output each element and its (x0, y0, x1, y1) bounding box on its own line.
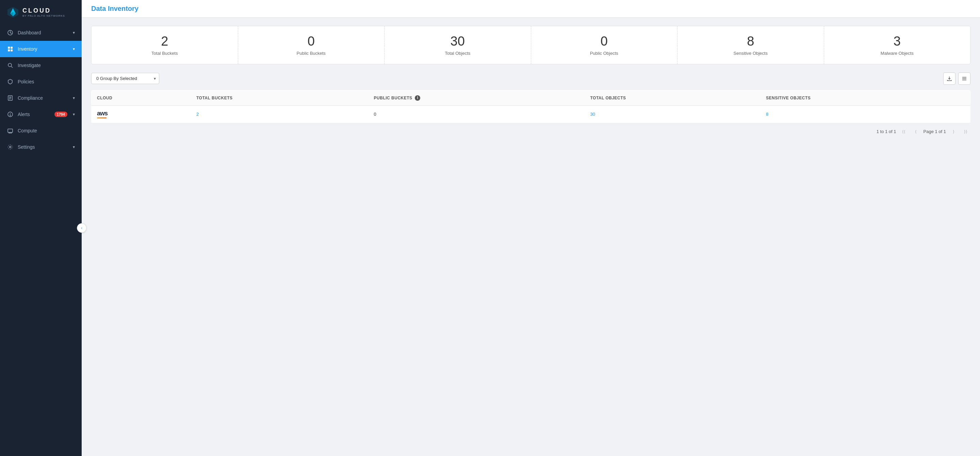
cell-cloud: aws (92, 105, 191, 122)
policies-icon (7, 78, 14, 85)
col-total-buckets: TOTAL BUCKETS (191, 90, 369, 105)
sidebar-nav: Dashboard ▾ Inventory ▾ Investigate Poli… (0, 24, 82, 155)
settings-icon (7, 144, 14, 150)
settings-arrow-icon: ▾ (73, 145, 75, 149)
sidebar-item-compute[interactable]: Compute (0, 122, 82, 139)
content-area: 2 Total Buckets 0 Public Buckets 30 Tota… (82, 18, 980, 145)
last-page-button[interactable]: ⟩⟩ (961, 127, 970, 137)
total-objects-link[interactable]: 30 (590, 111, 595, 117)
svg-point-9 (8, 63, 11, 67)
stat-total-objects-number: 30 (391, 34, 524, 49)
sidebar-item-compliance[interactable]: Compliance ▾ (0, 90, 82, 106)
columns-button[interactable] (958, 73, 970, 85)
svg-rect-18 (8, 129, 13, 132)
sidebar-item-dashboard[interactable]: Dashboard ▾ (0, 24, 82, 41)
table-row: aws 2 0 30 8 (92, 105, 970, 122)
pagination-page: Page 1 of 1 (924, 129, 946, 134)
group-by-dropdown[interactable]: 0 Group By Selected (91, 73, 159, 84)
compliance-arrow-icon: ▾ (73, 95, 75, 100)
col-public-buckets: PUBLIC BUCKETS i (369, 90, 585, 105)
sidebar-item-investigate[interactable]: Investigate (0, 57, 82, 73)
sidebar-item-dashboard-label: Dashboard (18, 30, 69, 35)
svg-rect-6 (11, 47, 13, 49)
svg-point-17 (10, 115, 11, 116)
stat-malware-objects-number: 3 (831, 34, 964, 49)
col-total-objects: TOTAL OBJECTS (585, 90, 760, 105)
stat-total-objects: 30 Total Objects (385, 26, 531, 64)
dashboard-arrow-icon: ▾ (73, 30, 75, 35)
aws-text: aws (97, 110, 108, 117)
aws-logo: aws (97, 110, 185, 118)
stat-malware-objects-label: Malware Objects (831, 51, 964, 56)
logo-text: CLOUD BY PALO ALTO NETWORKS (22, 7, 65, 17)
stat-malware-objects: 3 Malware Objects (824, 26, 970, 64)
main-content: Data Inventory 2 Total Buckets 0 Public … (82, 0, 980, 456)
first-page-button[interactable]: ⟨⟨ (899, 127, 908, 137)
col-sensitive-objects: SENSITIVE OBJECTS (760, 90, 970, 105)
toolbar-actions (943, 73, 970, 85)
svg-rect-8 (11, 49, 13, 51)
sidebar-item-alerts[interactable]: Alerts 1794 ▾ (0, 106, 82, 122)
table-header-row: CLOUD TOTAL BUCKETS PUBLIC BUCKETS i TOT… (92, 90, 970, 105)
stat-public-buckets-label: Public Buckets (245, 51, 378, 56)
sidebar-item-inventory[interactable]: Inventory ▾ (0, 41, 82, 57)
inventory-icon (7, 46, 14, 52)
svg-point-22 (10, 146, 11, 148)
top-bar: Data Inventory (82, 0, 980, 18)
logo-sub-label: BY PALO ALTO NETWORKS (22, 14, 65, 17)
inventory-arrow-icon: ▾ (73, 47, 75, 51)
sidebar-item-policies-label: Policies (18, 79, 75, 84)
sidebar-collapse-toggle[interactable]: ‹ (77, 223, 86, 233)
sidebar-item-investigate-label: Investigate (18, 63, 75, 68)
stat-sensitive-objects-label: Sensitive Objects (684, 51, 817, 56)
svg-rect-5 (8, 47, 10, 49)
sidebar-item-compliance-label: Compliance (18, 95, 69, 101)
next-page-button[interactable]: ⟩ (949, 127, 958, 137)
col-cloud: CLOUD (92, 90, 191, 105)
aws-underline (97, 118, 107, 118)
pagination: 1 to 1 of 1 ⟨⟨ ⟨ Page 1 of 1 ⟩ ⟩⟩ (91, 127, 970, 137)
alerts-icon (7, 111, 14, 118)
table-header: CLOUD TOTAL BUCKETS PUBLIC BUCKETS i TOT… (92, 90, 970, 105)
svg-rect-7 (8, 49, 10, 51)
investigate-icon (7, 62, 14, 69)
compliance-icon (7, 95, 14, 102)
download-button[interactable] (943, 73, 956, 85)
stat-public-objects: 0 Public Objects (531, 26, 678, 64)
stat-total-buckets-number: 2 (98, 34, 231, 49)
total-buckets-link[interactable]: 2 (196, 111, 199, 117)
cell-total-objects: 30 (585, 105, 760, 122)
stats-row: 2 Total Buckets 0 Public Buckets 30 Tota… (91, 26, 970, 64)
svg-line-10 (11, 66, 13, 68)
data-table: CLOUD TOTAL BUCKETS PUBLIC BUCKETS i TOT… (91, 90, 970, 123)
cell-public-buckets: 0 (369, 105, 585, 122)
stat-sensitive-objects-number: 8 (684, 34, 817, 49)
stat-total-buckets-label: Total Buckets (98, 51, 231, 56)
alerts-badge: 1794 (54, 111, 67, 117)
table-toolbar: 0 Group By Selected ▾ (91, 73, 970, 85)
group-by-select-wrapper: 0 Group By Selected ▾ (91, 73, 159, 84)
sidebar-item-inventory-label: Inventory (18, 46, 69, 52)
cell-total-buckets: 2 (191, 105, 369, 122)
table-body: aws 2 0 30 8 (92, 105, 970, 122)
sensitive-objects-link[interactable]: 8 (766, 111, 768, 117)
stat-public-objects-number: 0 (538, 34, 671, 49)
public-buckets-info-icon[interactable]: i (415, 95, 420, 101)
pagination-range: 1 to 1 of 1 (877, 129, 896, 134)
sidebar-item-policies[interactable]: Policies (0, 73, 82, 90)
stat-sensitive-objects: 8 Sensitive Objects (678, 26, 824, 64)
compute-icon (7, 127, 14, 134)
alerts-arrow-icon: ▾ (73, 112, 75, 117)
cell-sensitive-objects: 8 (760, 105, 970, 122)
stat-public-buckets-number: 0 (245, 34, 378, 49)
stat-public-buckets: 0 Public Buckets (238, 26, 385, 64)
logo-cloud-label: CLOUD (22, 7, 65, 14)
sidebar: CLOUD BY PALO ALTO NETWORKS Dashboard ▾ … (0, 0, 82, 456)
dashboard-icon (7, 29, 14, 36)
stat-public-objects-label: Public Objects (538, 51, 671, 56)
prev-page-button[interactable]: ⟨ (911, 127, 921, 137)
sidebar-item-alerts-label: Alerts (18, 111, 50, 117)
sidebar-logo: CLOUD BY PALO ALTO NETWORKS (0, 0, 82, 24)
sidebar-item-settings-label: Settings (18, 144, 69, 150)
sidebar-item-settings[interactable]: Settings ▾ (0, 139, 82, 155)
